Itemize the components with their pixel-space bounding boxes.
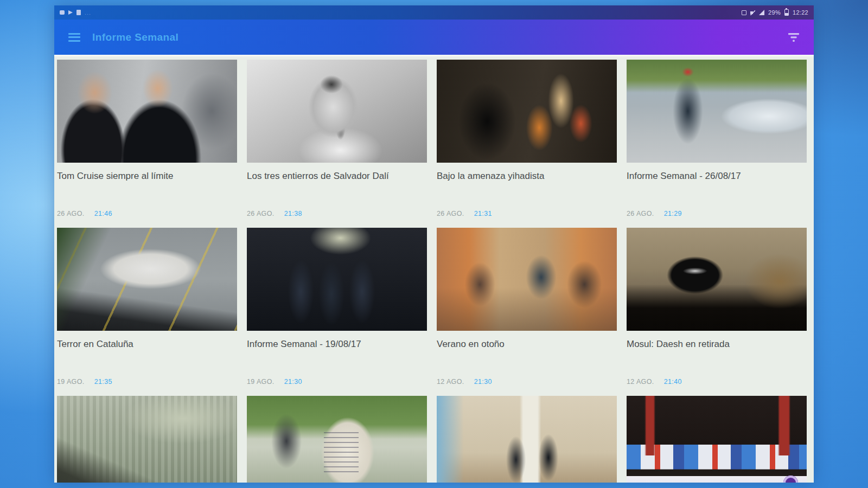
video-date: 26 AGO. bbox=[437, 210, 464, 217]
video-title: Los tres entierros de Salvador Dalí bbox=[247, 170, 427, 182]
thumbnail-tom-cruise-premiere bbox=[57, 60, 237, 163]
notification-media-icon bbox=[60, 10, 65, 15]
video-date: 12 AGO. bbox=[627, 378, 654, 386]
video-card-row3-1[interactable] bbox=[57, 396, 237, 483]
video-card-informe-19-08[interactable]: Informe Semanal - 19/08/17 19 AGO. 21:30 bbox=[247, 228, 427, 396]
more-notifications-label: ... bbox=[85, 9, 91, 16]
video-title: Tom Cruise siempre al límite bbox=[57, 170, 237, 182]
video-title: Verano en otoño bbox=[437, 338, 617, 350]
video-time: 21:40 bbox=[664, 378, 682, 386]
video-time: 21:29 bbox=[664, 210, 682, 217]
video-title: Bajo la amenaza yihadista bbox=[437, 170, 617, 182]
video-time: 21:46 bbox=[94, 210, 112, 217]
video-title: Mosul: Daesh en retirada bbox=[627, 338, 807, 350]
video-title: Informe Semanal - 26/08/17 bbox=[627, 170, 807, 182]
thumbnail-riot-police-night bbox=[247, 228, 427, 331]
thumbnail-aerial-city-view bbox=[57, 396, 237, 483]
mute-icon bbox=[750, 10, 755, 15]
status-clock: 12:22 bbox=[793, 9, 808, 16]
play-notification-icon bbox=[68, 10, 73, 15]
hamburger-menu-icon[interactable] bbox=[68, 33, 80, 42]
video-time: 21:38 bbox=[284, 210, 302, 217]
video-time: 21:31 bbox=[474, 210, 492, 217]
video-card-dali[interactable]: Los tres entierros de Salvador Dalí 26 A… bbox=[247, 60, 427, 228]
overlay-badge-icon bbox=[783, 476, 798, 483]
filter-button[interactable] bbox=[788, 32, 800, 43]
video-time: 21:30 bbox=[474, 378, 492, 386]
video-card-terror-cataluna[interactable]: Terror en Cataluña 19 AGO. 21:35 bbox=[57, 228, 237, 396]
video-date: 19 AGO. bbox=[247, 378, 275, 386]
thumbnail-mossos-officer-street bbox=[627, 60, 807, 163]
video-card-verano-otono[interactable]: Verano en otoño 12 AGO. 21:30 bbox=[437, 228, 617, 396]
video-title: Informe Semanal - 19/08/17 bbox=[247, 338, 427, 350]
thumbnail-salvador-dali bbox=[247, 60, 427, 163]
video-time: 21:35 bbox=[94, 378, 112, 386]
thumbnail-police-night-raid bbox=[437, 60, 617, 163]
video-card-informe-26-08[interactable]: Informe Semanal - 26/08/17 26 AGO. 21:29 bbox=[627, 60, 807, 228]
thumbnail-basta-ya-protest: ¡BASTA YA! bbox=[627, 396, 807, 483]
battery-icon bbox=[784, 9, 789, 16]
signal-icon bbox=[759, 10, 764, 15]
video-card-mosul[interactable]: Mosul: Daesh en retirada 12 AGO. 21:40 bbox=[627, 228, 807, 396]
thumbnail-elderly-people-indoors bbox=[437, 228, 617, 331]
page-title: Informe Semanal bbox=[92, 31, 178, 43]
video-card-tom-cruise[interactable]: Tom Cruise siempre al límite 26 AGO. 21:… bbox=[57, 60, 237, 228]
video-card-row3-3[interactable] bbox=[437, 396, 617, 483]
video-grid: Tom Cruise siempre al límite 26 AGO. 21:… bbox=[54, 55, 814, 483]
video-title: Terror en Cataluña bbox=[57, 338, 237, 350]
video-card-row3-2[interactable] bbox=[247, 396, 427, 483]
video-date: 26 AGO. bbox=[247, 210, 275, 217]
tablet-screen: ... 29% 12:22 Informe Semanal Tom bbox=[54, 5, 814, 483]
screenshot-status-icon bbox=[742, 10, 746, 15]
filter-icon bbox=[788, 32, 800, 43]
video-card-amenaza-yihadista[interactable]: Bajo la amenaza yihadista 26 AGO. 21:31 bbox=[437, 60, 617, 228]
thumbnail-gravestone-graffiti bbox=[247, 396, 427, 483]
thumbnail-mosul-flag-crowd bbox=[627, 228, 807, 331]
status-bar: ... 29% 12:22 bbox=[54, 5, 814, 20]
video-date: 19 AGO. bbox=[57, 378, 85, 386]
thumbnail-men-in-hall bbox=[437, 396, 617, 483]
thumbnail-police-vans-street bbox=[57, 228, 237, 331]
video-date: 26 AGO. bbox=[57, 210, 85, 217]
battery-percent: 29% bbox=[768, 9, 781, 16]
screenshot-notification-icon bbox=[76, 10, 81, 15]
video-date: 26 AGO. bbox=[627, 210, 654, 217]
video-date: 12 AGO. bbox=[437, 378, 464, 386]
video-card-row3-4[interactable]: ¡BASTA YA! bbox=[627, 396, 807, 483]
video-time: 21:30 bbox=[284, 378, 302, 386]
app-bar: Informe Semanal bbox=[54, 20, 814, 55]
